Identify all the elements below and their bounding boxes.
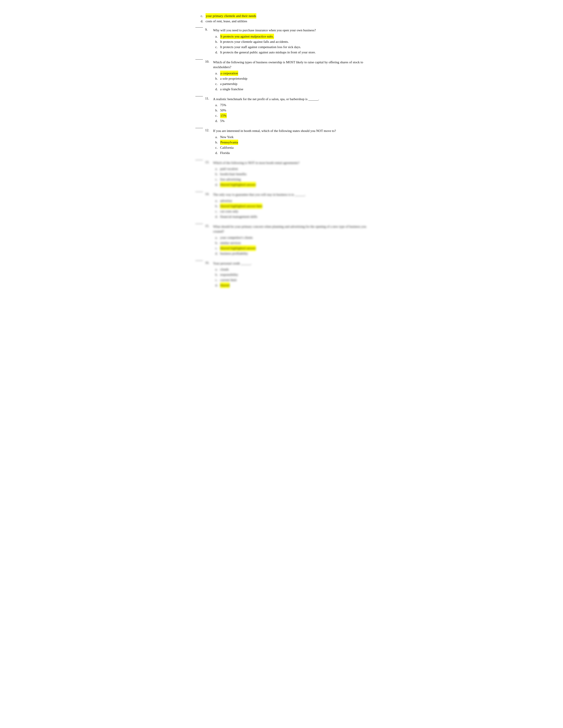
option-text-9b: It protects your clientele against falls… [220, 39, 289, 44]
option-text-prev-c: your primary clientele and their needs [205, 13, 256, 19]
option-text-12d: Florida [220, 150, 229, 156]
question-text-12: If you are interested in booth rental, w… [213, 128, 368, 133]
question-number-14: 14. [205, 192, 209, 196]
option-text-11d: 5% [220, 118, 224, 124]
option-text-16b: responsibility [220, 272, 238, 277]
option-10d: d. a single franchise [215, 86, 368, 92]
option-text-16a: clouds [220, 267, 229, 272]
question-number-12: 12. [205, 128, 209, 132]
exam-content: c. your primary clientele and their need… [195, 13, 368, 288]
option-10a: a. a corporation [215, 71, 368, 76]
option-14d: d. financial management skills [215, 214, 368, 219]
question-number-13: 13. [205, 160, 209, 164]
question-text-11: A realistic benchmark for the net profit… [213, 97, 368, 102]
option-12a: a. New York [215, 134, 368, 140]
option-text-13a: paid vacation [220, 166, 238, 171]
question-text-13: Which of the following is NOT in most bo… [213, 160, 368, 165]
option-13c: c. free advertising [215, 177, 368, 182]
option-d-prev: d. costs of rent, lease, and utilities [201, 19, 368, 24]
question-number-11: 11. [205, 97, 209, 100]
question-9: 9. Why will you need to purchase insuran… [195, 28, 368, 55]
question-11: 11. A realistic benchmark for the net pr… [195, 97, 368, 124]
question-text-9: Why will you need to purchase insurance … [213, 28, 368, 33]
option-9a: a. It protects you against malpractice s… [215, 34, 368, 39]
options-list-12: a. New York b. Pennsylvania c. Californi… [215, 134, 368, 156]
option-9b: b. It protects your clientele against fa… [215, 39, 368, 44]
option-11b: b. 50% [215, 108, 368, 113]
option-16a: a. clouds [215, 267, 368, 272]
question-14: 14. The only way to guarantee that you w… [195, 192, 368, 219]
question-number-15: 15. [205, 224, 209, 228]
option-15d: d. business profitability [215, 251, 368, 256]
option-13d: d. blurred highlighted answer [215, 182, 368, 187]
options-list-11: a. 75% b. 50% c. 15% d. 5% [215, 102, 368, 124]
options-list-13: a. paid vacation b. booth/chair benefits… [215, 166, 368, 187]
question-number-9: 9. [205, 28, 207, 32]
option-14b: b. blurred highlighted answer here [215, 203, 368, 209]
question-text-10: Which of the following types of business… [213, 60, 368, 70]
option-text-10c: a partnership [220, 81, 237, 86]
option-12c: c. California [215, 145, 368, 150]
option-text-14a: advertise [220, 198, 232, 203]
question-10: 10. Which of the following types of busi… [195, 60, 368, 92]
option-12b: b. Pennsylvania [215, 140, 368, 145]
option-13a: a. paid vacation [215, 166, 368, 171]
options-list-9: a. It protects you against malpractice s… [215, 34, 368, 55]
option-text-13b: booth/chair benefits [220, 171, 246, 177]
question-13: 13. Which of the following is NOT in mos… [195, 160, 368, 188]
question-number-10: 10. [205, 60, 209, 64]
option-text-11c: 15% [220, 113, 227, 118]
previous-question-tail: c. your primary clientele and their need… [195, 13, 368, 24]
options-list-16: a. clouds b. responsibility c. current l… [215, 267, 368, 288]
option-text-14c: cut costs only [220, 209, 238, 214]
answer-blank-10 [195, 59, 203, 60]
option-16d: d. blurred [215, 283, 368, 288]
answer-blank-14 [195, 192, 203, 192]
options-list-14: a. advertise b. blurred highlighted answ… [215, 198, 368, 219]
option-15c: c. blurred highlighted answer [215, 246, 368, 251]
options-list-10: a. a corporation b. a sole proprietorshi… [215, 71, 368, 92]
option-text-11b: 50% [220, 108, 226, 113]
options-list-15: a. your competitor's clients b. similar … [215, 235, 368, 256]
option-text-9a: It protects you against malpractice suit… [220, 34, 274, 39]
option-9c: c. It protects your staff against compen… [215, 44, 368, 50]
option-text-10d: a single franchise [220, 86, 243, 92]
option-10b: b. a sole proprietorship [215, 76, 368, 81]
question-12: 12. If you are interested in booth renta… [195, 128, 368, 156]
option-text-16d: blurred [220, 283, 229, 288]
option-text-14b: blurred highlighted answer here [220, 203, 262, 209]
option-11a: a. 75% [215, 102, 368, 108]
option-text-11a: 75% [220, 102, 226, 108]
option-text-9c: It protects your staff against compensat… [220, 44, 301, 50]
option-text-15a: your competitor's clients [220, 235, 253, 240]
option-text-9d: It protects the general public against a… [220, 50, 316, 55]
option-text-14d: financial management skills [220, 214, 257, 219]
option-text-12c: California [220, 145, 233, 150]
option-text-13c: free advertising [220, 177, 241, 182]
option-16c: c. current limit [215, 277, 368, 283]
option-15b: b. similar services [215, 240, 368, 246]
option-text-16c: current limit [220, 277, 237, 283]
option-14a: a. advertise [215, 198, 368, 203]
option-text-prev-d: costs of rent, lease, and utilities [205, 19, 247, 24]
question-text-14: The only way to guarantee that you will … [213, 192, 368, 197]
option-text-12a: New York [220, 134, 233, 140]
option-10c: c. a partnership [215, 81, 368, 86]
option-14c: c. cut costs only [215, 209, 368, 214]
answer-blank-9 [195, 27, 203, 28]
option-c-prev: c. your primary clientele and their need… [201, 13, 368, 19]
option-text-13d: blurred highlighted answer [220, 182, 256, 187]
question-16: 16. Your personal credit ______. a. clou… [195, 261, 368, 288]
option-13b: b. booth/chair benefits [215, 171, 368, 177]
option-16b: b. responsibility [215, 272, 368, 277]
question-15: 15. What should be your primary concern … [195, 224, 368, 256]
option-12d: d. Florida [215, 150, 368, 156]
option-9d: d. It protects the general public agains… [215, 50, 368, 55]
answer-blank-15 [195, 224, 203, 224]
question-text-15: What should be your primary concern when… [213, 224, 368, 234]
option-15a: a. your competitor's clients [215, 235, 368, 240]
option-text-15c: blurred highlighted answer [220, 246, 256, 251]
question-text-16: Your personal credit ______. [213, 261, 368, 266]
option-text-15d: business profitability [220, 251, 248, 256]
question-number-16: 16. [205, 261, 209, 265]
